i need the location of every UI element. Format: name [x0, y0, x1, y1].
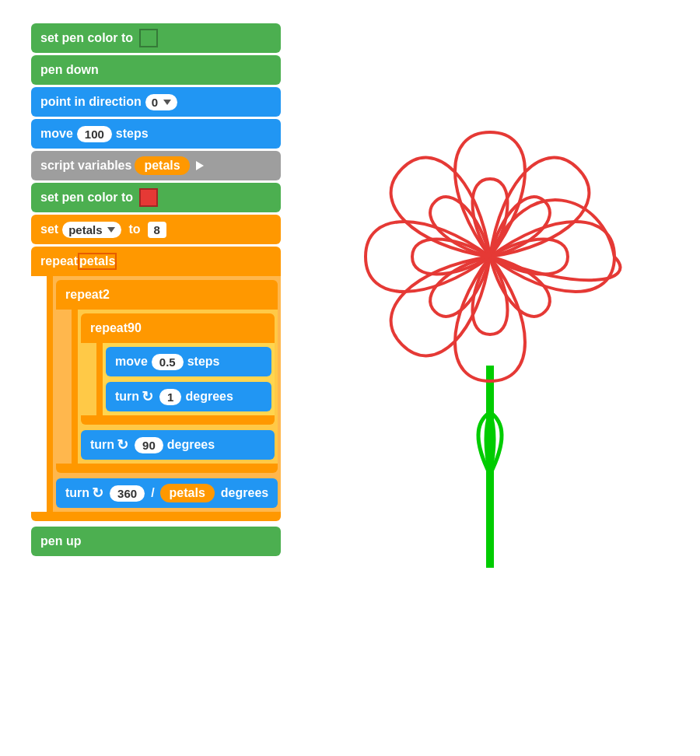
pen-up-block[interactable]: pen up	[31, 527, 281, 556]
point-in-direction-block[interactable]: point in direction 0	[31, 87, 281, 117]
red-color-swatch[interactable]	[139, 188, 158, 207]
repeat90-label: repeat	[90, 321, 128, 335]
inner-petal-0	[473, 179, 508, 257]
repeat2-value[interactable]: 2	[103, 288, 110, 302]
pen-up-label: pen up	[40, 534, 81, 548]
set-pen-color-green-block[interactable]: set pen color to	[31, 23, 281, 53]
turn90-label: turn	[90, 438, 114, 452]
repeat-90-header[interactable]: repeat 90	[81, 313, 275, 343]
move05-value[interactable]: 0.5	[152, 354, 184, 370]
repeat90-value[interactable]: 90	[128, 321, 142, 335]
repeat-90-bottom	[81, 415, 275, 425]
repeat2-label: repeat	[65, 288, 103, 302]
inner-petals-group	[412, 179, 568, 334]
direction-arrow	[163, 100, 171, 105]
turn1-suffix: degrees	[185, 390, 233, 404]
repeat-2-block: repeat 2 repeat 90 move	[56, 280, 278, 473]
turn360-petals-tag: petals	[160, 484, 215, 502]
petals-var-tag: petals	[135, 156, 189, 175]
repeat-2-header[interactable]: repeat 2	[56, 280, 278, 310]
turn360-cw-icon: ↻	[92, 485, 103, 502]
move05-suffix: steps	[187, 355, 220, 369]
petal-0	[455, 132, 525, 257]
inner-petal-4	[473, 257, 508, 334]
move-value[interactable]: 100	[77, 126, 112, 142]
turn360-label: turn	[65, 486, 89, 500]
flower-diagram	[327, 39, 653, 586]
turn-360-block[interactable]: turn ↻ 360 / petals degrees	[56, 478, 278, 508]
repeat-2-bottom	[56, 464, 278, 473]
green-color-swatch[interactable]	[139, 29, 158, 47]
repeat-petals-block: repeat petals repeat 2 repeat 90	[31, 247, 281, 521]
repeat-90-inner: move 0.5 steps turn ↻ 1 degrees	[96, 343, 275, 415]
turn1-cw-icon: ↻	[142, 388, 153, 405]
inner-petal-7	[422, 189, 502, 269]
set-to-label: to	[128, 222, 140, 236]
turn1-label: turn	[115, 390, 139, 404]
set-label: set	[40, 222, 58, 236]
script-variables-arrow	[196, 161, 204, 170]
script-variables-block[interactable]: script variables petals	[31, 151, 281, 180]
repeat-petals-header[interactable]: repeat petals	[31, 247, 281, 276]
turn360-value[interactable]: 360	[110, 485, 145, 502]
inner-petal-6	[412, 240, 490, 275]
pen-down-block[interactable]: pen down	[31, 55, 281, 85]
move05-label: move	[115, 355, 148, 369]
set-pen-color-green-label: set pen color to	[40, 31, 133, 45]
repeat-petals-bottom	[31, 512, 281, 521]
repeat-petals-label: repeat	[40, 254, 78, 268]
set-pen-color-red-block[interactable]: set pen color to	[31, 183, 281, 212]
move-steps-block[interactable]: move 100 steps	[31, 119, 281, 149]
move-05-block[interactable]: move 0.5 steps	[106, 347, 271, 376]
turn-90-block[interactable]: turn ↻ 90 degrees	[81, 430, 275, 460]
petals-group	[366, 132, 634, 381]
turn90-suffix: degrees	[167, 438, 215, 452]
point-in-direction-label: point in direction	[40, 95, 142, 109]
move-label: move	[40, 127, 73, 141]
steps-suffix: steps	[116, 127, 149, 141]
repeat-90-block: repeat 90 move 0.5 steps	[81, 313, 275, 425]
set-var-arrow	[107, 227, 115, 233]
set-var-dropdown[interactable]: petals	[62, 222, 121, 238]
turn90-cw-icon: ↻	[117, 436, 128, 453]
turn360-div: /	[151, 486, 154, 500]
petal-4	[455, 257, 525, 381]
turn-1-block[interactable]: turn ↻ 1 degrees	[106, 382, 271, 411]
petals-tag: petals	[78, 253, 117, 270]
pen-down-label: pen down	[40, 63, 99, 77]
set-value[interactable]: 8	[148, 222, 166, 238]
set-petals-block[interactable]: set petals to 8	[31, 215, 281, 244]
scratch-blocks-container: set pen color to pen down point in direc…	[31, 23, 281, 556]
script-variables-label: script variables	[40, 159, 131, 173]
petal-6	[366, 222, 490, 292]
turn360-suffix: degrees	[221, 486, 268, 500]
flower-svg	[327, 39, 653, 583]
turn90-value[interactable]: 90	[135, 437, 163, 453]
direction-dropdown[interactable]: 0	[145, 94, 177, 110]
turn1-value[interactable]: 1	[159, 389, 181, 405]
set-pen-color-red-label: set pen color to	[40, 191, 133, 205]
repeat-petals-inner: repeat 2 repeat 90 move	[47, 276, 281, 512]
repeat-2-inner: repeat 90 move 0.5 steps	[72, 310, 278, 464]
